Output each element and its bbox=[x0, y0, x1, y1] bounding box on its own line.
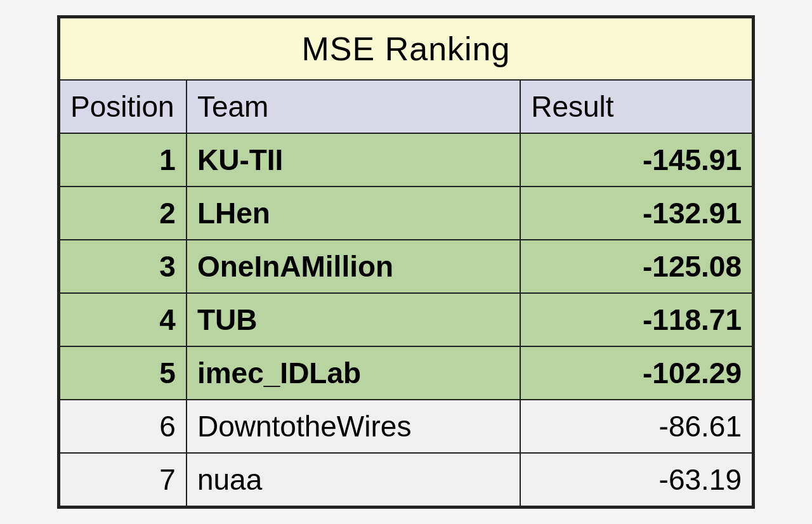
cell-position: 7 bbox=[60, 453, 187, 506]
cell-team: LHen bbox=[187, 187, 520, 240]
title-row: MSE Ranking bbox=[60, 18, 752, 80]
cell-team: KU-TII bbox=[187, 133, 520, 187]
cell-position: 1 bbox=[60, 133, 187, 187]
table-row: 2LHen-132.91 bbox=[60, 187, 752, 240]
cell-position: 2 bbox=[60, 187, 187, 240]
cell-result: -145.91 bbox=[520, 133, 752, 187]
cell-position: 6 bbox=[60, 400, 187, 453]
cell-position: 4 bbox=[60, 293, 187, 346]
cell-result: -86.61 bbox=[520, 400, 752, 453]
cell-result: -63.19 bbox=[520, 453, 752, 506]
cell-team: OneInAMillion bbox=[187, 240, 520, 293]
cell-position: 3 bbox=[60, 240, 187, 293]
ranking-table: MSE Ranking Position Team Result 1KU-TII… bbox=[57, 15, 755, 509]
cell-team: imec_IDLab bbox=[187, 346, 520, 400]
column-header-position: Position bbox=[60, 80, 187, 133]
column-header-result: Result bbox=[520, 80, 752, 133]
table-row: 3OneInAMillion-125.08 bbox=[60, 240, 752, 293]
cell-team: nuaa bbox=[187, 453, 520, 506]
table-title: MSE Ranking bbox=[60, 18, 752, 80]
cell-team: TUB bbox=[187, 293, 520, 346]
table-row: 5imec_IDLab-102.29 bbox=[60, 346, 752, 400]
cell-result: -125.08 bbox=[520, 240, 752, 293]
column-header-team: Team bbox=[187, 80, 520, 133]
cell-result: -102.29 bbox=[520, 346, 752, 400]
table-row: 7nuaa-63.19 bbox=[60, 453, 752, 506]
table-row: 4TUB-118.71 bbox=[60, 293, 752, 346]
cell-position: 5 bbox=[60, 346, 187, 400]
cell-result: -118.71 bbox=[520, 293, 752, 346]
cell-result: -132.91 bbox=[520, 187, 752, 240]
table-row: 6DowntotheWires-86.61 bbox=[60, 400, 752, 453]
header-row: Position Team Result bbox=[60, 80, 752, 133]
cell-team: DowntotheWires bbox=[187, 400, 520, 453]
table-row: 1KU-TII-145.91 bbox=[60, 133, 752, 187]
